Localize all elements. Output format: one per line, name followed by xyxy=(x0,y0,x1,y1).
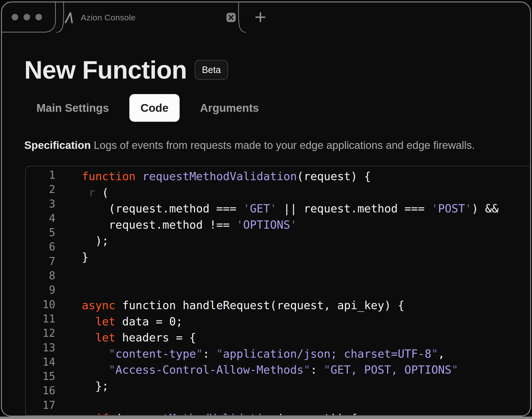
tab-arguments[interactable]: Arguments xyxy=(200,101,259,115)
code-token-q: " xyxy=(216,347,223,360)
code-token-pl: (request)) { xyxy=(277,412,357,416)
code-token-kw: function xyxy=(82,170,136,183)
specification-line: Specification Logs of events from reques… xyxy=(24,139,475,152)
line-number: 7 xyxy=(26,254,55,268)
code-token-gh: r xyxy=(89,186,95,199)
line-number: 12 xyxy=(26,326,55,340)
line-number: 5 xyxy=(26,225,55,240)
code-line xyxy=(82,394,531,410)
tab-main-settings[interactable]: Main Settings xyxy=(36,101,109,115)
code-line xyxy=(82,265,531,281)
code-token-pl: : xyxy=(310,363,324,376)
new-tab-button[interactable] xyxy=(255,12,266,23)
tab-title: Azion Console xyxy=(81,2,136,32)
code-token-str: POST xyxy=(438,202,465,215)
code-token-str: GET xyxy=(250,202,270,215)
code-token-pl: } xyxy=(82,250,89,263)
specification-label: Specification xyxy=(24,139,91,151)
code-token-str: GET, POST, OPTIONS xyxy=(330,363,452,376)
code-line xyxy=(82,281,531,298)
code-token-pl xyxy=(82,315,95,328)
code-token-pl: data = 0; xyxy=(115,315,182,328)
line-number: 3 xyxy=(26,197,55,211)
page-header: New Function Beta xyxy=(24,57,228,82)
line-number: 1 xyxy=(26,168,55,182)
code-token-fn: requestMethodValidation xyxy=(142,170,297,183)
line-number: 16 xyxy=(26,383,55,398)
code-token-q: ' xyxy=(465,202,472,215)
tab-bar: Main Settings Code Arguments xyxy=(36,94,259,122)
line-number: 4 xyxy=(26,211,55,225)
code-area[interactable]: function requestMethodValidation(request… xyxy=(55,166,531,415)
code-token-q: ' xyxy=(236,218,243,231)
code-line: request.method !== 'OPTIONS' xyxy=(82,217,531,233)
code-token-kw: let xyxy=(95,331,115,344)
line-number: 10 xyxy=(26,297,55,312)
code-token-q: ' xyxy=(431,202,438,215)
line-number: 6 xyxy=(26,240,55,254)
line-numbers-gutter: 123456789101112131415161718 xyxy=(26,166,55,415)
code-token-pl: }; xyxy=(82,380,109,393)
line-number: 9 xyxy=(26,283,55,297)
code-token-pl: ( xyxy=(109,412,122,416)
code-token-pl: ( xyxy=(95,186,109,199)
code-token-q: ' xyxy=(270,202,277,215)
code-token-pl: || request.method === xyxy=(277,202,431,215)
code-token-q: ' xyxy=(243,202,250,215)
tab-close-button[interactable] xyxy=(226,13,236,22)
code-token-str: application/json; charset=UTF-8 xyxy=(223,347,432,360)
tab-code[interactable]: Code xyxy=(129,94,180,122)
code-token-str: OPTIONS xyxy=(243,218,290,231)
close-icon xyxy=(228,15,234,20)
code-line: } xyxy=(82,249,531,265)
code-line: async function handleRequest(request, ap… xyxy=(82,297,531,314)
line-number: 2 xyxy=(26,182,55,196)
code-line: r ( xyxy=(82,184,531,201)
line-number: 11 xyxy=(26,312,55,326)
code-token-q: " xyxy=(451,363,458,376)
code-token-pl xyxy=(82,412,95,416)
browser-window: Azion Console New Function Beta Main Set… xyxy=(1,1,531,417)
window-bottom-edge xyxy=(0,417,532,419)
code-token-str: content-type xyxy=(115,347,196,360)
code-token-q: " xyxy=(431,347,438,360)
code-token-pl: (request) { xyxy=(297,170,371,183)
code-token-kw: if xyxy=(95,412,109,416)
code-token-fn: requestMethodValidation xyxy=(122,412,277,416)
screen: Azion Console New Function Beta Main Set… xyxy=(0,0,532,419)
code-token-q: " xyxy=(304,363,310,376)
code-line: if (requestMethodValidation(request)) { xyxy=(82,410,531,416)
code-token-q: ' xyxy=(290,218,297,231)
code-token-pl xyxy=(82,347,109,360)
code-line: "content-type": "application/json; chars… xyxy=(82,346,531,362)
code-line: ); xyxy=(82,233,531,249)
specification-text: Logs of events from requests made to you… xyxy=(91,139,475,151)
plus-icon xyxy=(255,12,266,23)
code-line: }; xyxy=(82,378,531,394)
code-token-pl xyxy=(82,331,95,344)
code-token-q: " xyxy=(196,347,203,360)
code-token-pl: (request.method === xyxy=(82,202,243,215)
code-token-pl: ); xyxy=(82,234,109,247)
code-token-pl: request.method !== xyxy=(82,218,236,231)
beta-badge: Beta xyxy=(195,60,228,80)
code-editor[interactable]: 123456789101112131415161718 function req… xyxy=(25,166,531,416)
code-token-pl: : xyxy=(203,347,216,360)
line-number: 13 xyxy=(26,340,55,355)
code-token-q: " xyxy=(109,347,116,360)
code-token-q: " xyxy=(109,363,116,376)
code-token-pl: , xyxy=(438,347,445,360)
line-number: 14 xyxy=(26,355,55,369)
line-number: 15 xyxy=(26,369,55,383)
code-token-str: Access-Control-Allow-Methods xyxy=(115,363,303,376)
code-line: "Access-Control-Allow-Methods": "GET, PO… xyxy=(82,362,531,378)
line-number: 18 xyxy=(26,412,55,416)
code-token-kw: async xyxy=(82,299,115,312)
line-number: 8 xyxy=(26,268,55,283)
browser-tab[interactable]: Azion Console xyxy=(64,2,239,32)
code-line: (request.method === 'GET' || request.met… xyxy=(82,200,531,217)
code-line: let headers = { xyxy=(82,329,531,346)
azion-logo-icon xyxy=(65,12,74,23)
page-title: New Function xyxy=(24,57,187,82)
code-token-pl: ) && xyxy=(472,202,499,215)
